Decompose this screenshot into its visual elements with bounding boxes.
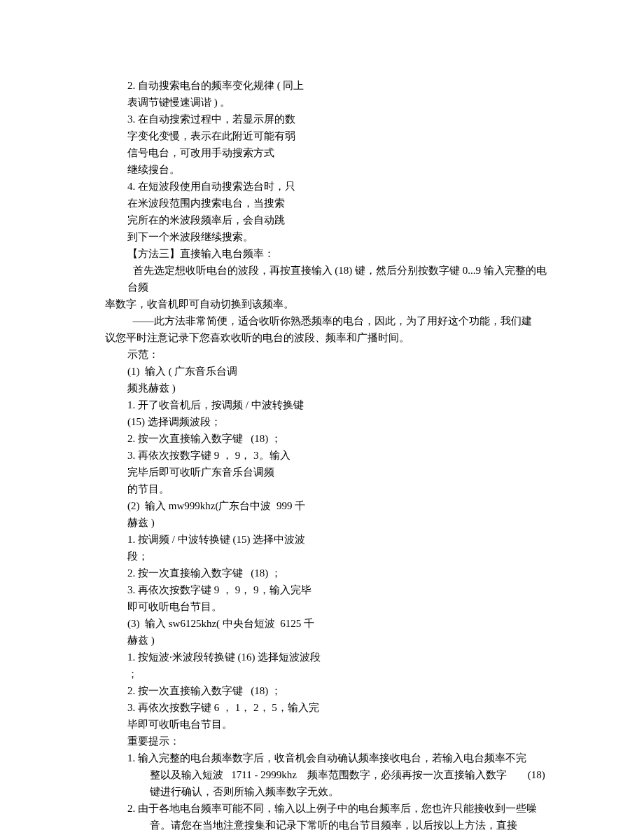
text-line: 2. 按一次直接输入数字键 (18) ； xyxy=(105,430,553,447)
text-line: 完毕后即可收听广东音乐台调频 xyxy=(105,464,553,481)
text-line: 毕即可收听电台节目。 xyxy=(105,716,553,733)
text-line: 4. 在短波段使用自动搜索选台时，只 xyxy=(105,178,553,195)
document-body: 2. 自动搜索电台的频率变化规律 ( 同上表调节键慢速调谐 ) 。3. 在自动搜… xyxy=(105,77,553,835)
text-line: 议您平时注意记录下您喜欢收听的电台的波段、频率和广播时间。 xyxy=(105,329,553,346)
text-line: 字变化变慢，表示在此附近可能有弱 xyxy=(105,127,553,144)
text-line: ； xyxy=(105,665,553,682)
text-line: (15) 选择调频波段； xyxy=(105,413,553,430)
text-line: 1. 按调频 / 中波转换键 (15) 选择中波波 xyxy=(105,531,553,548)
text-line: 赫兹 ) xyxy=(105,514,553,531)
text-line: 3. 再依次按数字键 9 ， 9， 9，输入完毕 xyxy=(105,581,553,598)
text-line: 继续搜台。 xyxy=(105,161,553,178)
text-line: 整以及输入短波 1711 - 2999khz 频率范围数字，必须再按一次直接输入… xyxy=(105,766,553,783)
text-line: 首先选定想收听电台的波段，再按直接输入 (18) 键，然后分别按数字键 0...… xyxy=(105,262,553,296)
text-line: 到下一个米波段继续搜索。 xyxy=(105,228,553,245)
text-line: 表调节键慢速调谐 ) 。 xyxy=(105,94,553,111)
text-line: 率数字，收音机即可自动切换到该频率。 xyxy=(105,296,553,312)
text-line: 重要提示： xyxy=(105,733,553,750)
text-line: 1. 输入完整的电台频率数字后，收音机会自动确认频率接收电台，若输入电台频率不完 xyxy=(105,750,553,766)
text-line: 2. 由于各地电台频率可能不同，输入以上例子中的电台频率后，您也许只能接收到一些… xyxy=(105,800,553,817)
text-line: (3) 输入 sw6125khz( 中央台短波 6125 千 xyxy=(105,615,553,632)
text-line: 3. 再依次按数字键 9 ， 9， 3。输入 xyxy=(105,447,553,464)
text-line: 完所在的米波段频率后，会自动跳 xyxy=(105,212,553,228)
text-line: 音。请您在当地注意搜集和记录下常听的电台节目频率，以后按以上方法，直接 xyxy=(105,817,553,834)
text-line: 2. 自动搜索电台的频率变化规律 ( 同上 xyxy=(105,77,553,94)
text-line: 信号电台，可改用手动搜索方式 xyxy=(105,144,553,161)
text-line: 在米波段范围内搜索电台，当搜索 xyxy=(105,195,553,212)
text-line: 频兆赫兹 ) xyxy=(105,380,553,396)
text-line: 的节目。 xyxy=(105,481,553,497)
text-line: 赫兹 ) xyxy=(105,632,553,649)
text-line: 键进行确认，否则所输入频率数字无效。 xyxy=(105,783,553,800)
text-line: 2. 按一次直接输入数字键 (18) ； xyxy=(105,565,553,581)
text-line: 3. 再依次按数字键 6 ， 1， 2， 5，输入完 xyxy=(105,699,553,716)
text-line: 示范： xyxy=(105,346,553,363)
text-line: 1. 开了收音机后，按调频 / 中波转换键 xyxy=(105,396,553,413)
text-line: 1. 按短波·米波段转换键 (16) 选择短波波段 xyxy=(105,649,553,665)
text-line: 即可收听电台节目。 xyxy=(105,598,553,615)
text-line: 3. 在自动搜索过程中，若显示屏的数 xyxy=(105,111,553,127)
text-line: ——此方法非常简便，适合收听你熟悉频率的电台，因此，为了用好这个功能，我们建 xyxy=(105,312,553,329)
text-line: 2. 按一次直接输入数字键 (18) ； xyxy=(105,682,553,699)
text-line: 【方法三】直接输入电台频率： xyxy=(105,245,553,262)
text-line: 段； xyxy=(105,548,553,565)
text-line: (1) 输入 ( 广东音乐台调 xyxy=(105,363,553,380)
text-line: (2) 输入 mw999khz(广东台中波 999 千 xyxy=(105,497,553,514)
